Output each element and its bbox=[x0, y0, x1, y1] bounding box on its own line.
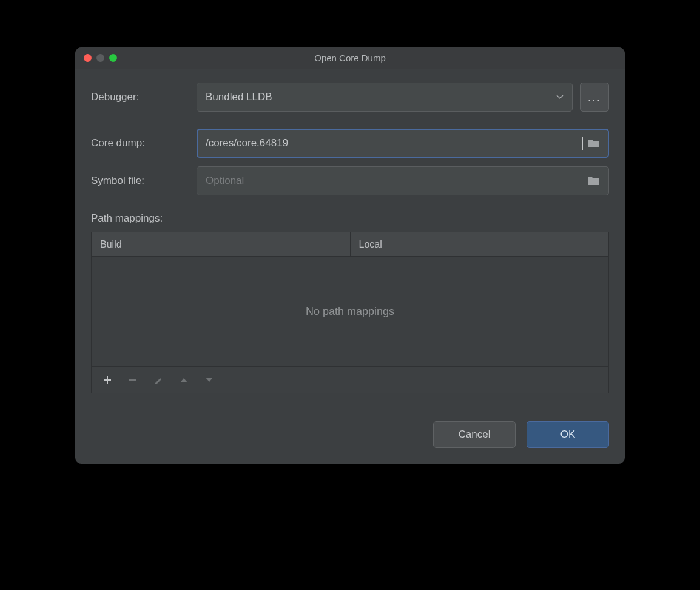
symbol-file-field-wrapper bbox=[197, 166, 609, 195]
core-dump-label: Core dump: bbox=[91, 137, 197, 149]
dialog-title: Open Core Dump bbox=[75, 53, 625, 63]
debugger-select[interactable]: Bundled LLDB bbox=[197, 83, 573, 112]
browse-symbol-file-button[interactable] bbox=[588, 176, 600, 186]
path-mappings-label: Path mappings: bbox=[91, 212, 609, 225]
cancel-button[interactable]: Cancel bbox=[433, 421, 516, 448]
open-core-dump-dialog: Open Core Dump Debugger: Bundled LLDB ..… bbox=[75, 47, 625, 464]
move-down-button bbox=[203, 374, 215, 386]
titlebar: Open Core Dump bbox=[75, 47, 625, 69]
minimize-window-button[interactable] bbox=[96, 54, 104, 62]
edit-mapping-button bbox=[152, 374, 164, 386]
browse-core-dump-button[interactable] bbox=[588, 138, 600, 148]
dialog-content: Debugger: Bundled LLDB ... Core dump: bbox=[75, 69, 625, 464]
column-build[interactable]: Build bbox=[92, 232, 351, 256]
debugger-label: Debugger: bbox=[91, 91, 197, 103]
zoom-window-button[interactable] bbox=[109, 54, 117, 62]
remove-mapping-button bbox=[127, 374, 139, 386]
ok-button[interactable]: OK bbox=[527, 421, 609, 448]
core-dump-input[interactable] bbox=[206, 130, 582, 157]
symbol-file-label: Symbol file: bbox=[91, 175, 197, 187]
symbol-file-input[interactable] bbox=[206, 167, 583, 195]
dialog-footer: Cancel OK bbox=[91, 421, 609, 448]
debugger-select-value: Bundled LLDB bbox=[206, 91, 272, 103]
empty-table-text: No path mappings bbox=[306, 305, 394, 318]
table-header: Build Local bbox=[92, 232, 608, 257]
table-body-empty: No path mappings bbox=[92, 257, 608, 366]
column-local[interactable]: Local bbox=[351, 232, 609, 256]
chevron-down-icon bbox=[556, 95, 564, 100]
core-dump-field-wrapper bbox=[197, 129, 609, 158]
move-up-button bbox=[178, 374, 190, 386]
table-toolbar bbox=[92, 366, 608, 393]
path-mappings-table: Build Local No path mappings bbox=[91, 232, 609, 393]
close-window-button[interactable] bbox=[84, 54, 92, 62]
text-caret bbox=[582, 137, 583, 150]
debugger-configure-button[interactable]: ... bbox=[580, 83, 609, 112]
window-controls bbox=[75, 54, 117, 62]
add-mapping-button[interactable] bbox=[101, 374, 113, 386]
